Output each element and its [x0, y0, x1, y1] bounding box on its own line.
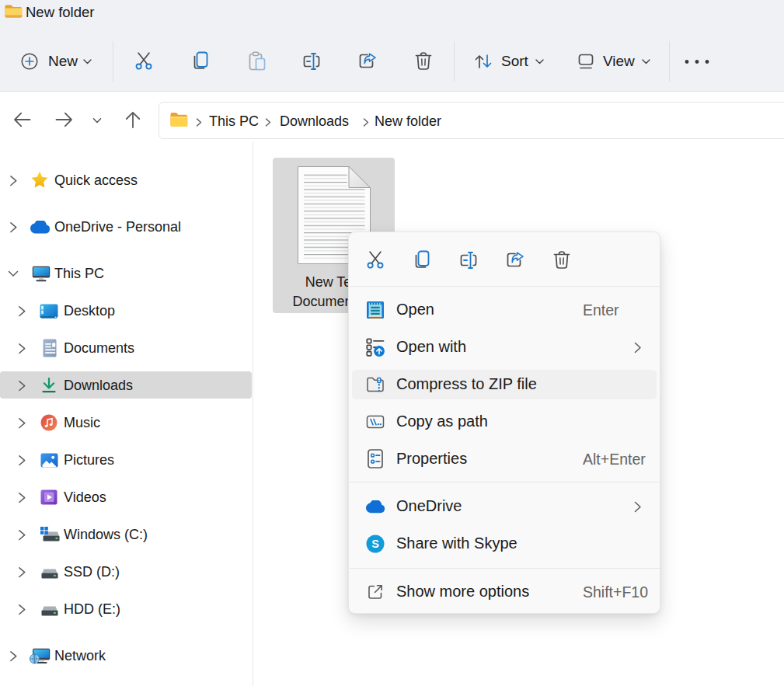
svg-text:S: S	[371, 538, 379, 550]
